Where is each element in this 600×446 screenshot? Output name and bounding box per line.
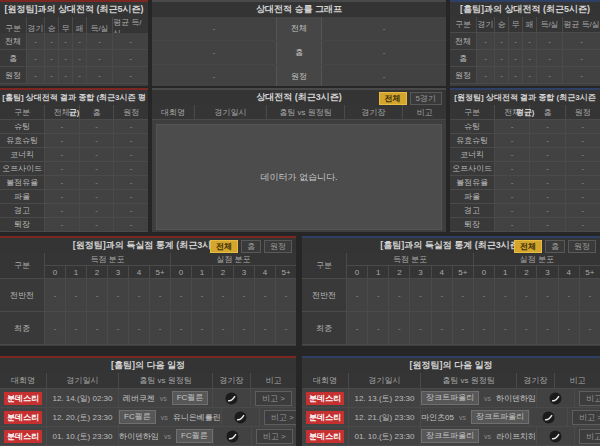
schedule-row[interactable]: 분데스리 12. 13.(토) 23:30 장크트파울리 vs 하이덴하임 비고…: [302, 389, 600, 408]
note-button[interactable]: 비고 >: [255, 391, 292, 406]
league-badge: 분데스리: [4, 411, 42, 424]
home-winrate-value: -: [152, 17, 276, 40]
away-winrate-value: -: [322, 41, 446, 64]
table-row: 퇴장---: [450, 218, 600, 232]
stat-value-cell: -: [522, 50, 536, 67]
home-team: 장크트파울리: [421, 429, 479, 443]
match-cell: 레버쿠젠 vs FC쾰른: [118, 389, 212, 408]
stat-value-cell: -: [565, 148, 600, 162]
stat-value-cell: -: [113, 148, 148, 162]
column-header: 경기장: [212, 373, 250, 389]
match-cell: 장크트파울리 vs 하이덴하임: [420, 389, 536, 408]
stat-value-cell: -: [113, 120, 148, 134]
column-header: 비고: [554, 373, 600, 389]
stat-value-cell: -: [494, 67, 508, 84]
panel-title: [원정팀]의 다음 일정: [302, 358, 600, 373]
row-label: 오프사이드: [450, 162, 494, 176]
stadium-icon[interactable]: [234, 411, 247, 424]
stat-value-cell: -: [452, 312, 473, 345]
stadium-icon[interactable]: [226, 430, 239, 443]
stat-value-cell: -: [367, 279, 388, 312]
bin-header: 2: [388, 266, 409, 279]
stadium-icon[interactable]: [542, 411, 555, 424]
column-header: 홈팀 vs 원정팀: [266, 105, 344, 120]
tab-all[interactable]: 전체: [514, 240, 542, 253]
column-header: 비고: [402, 105, 446, 120]
row-label: 코너킥: [450, 148, 494, 162]
panel-title: [원정팀] 상대전적 결과 종합 (최근3시즌 평균): [450, 90, 600, 105]
row-label: 퇴장: [450, 218, 494, 232]
stadium-icon[interactable]: [549, 392, 562, 405]
tab-all[interactable]: 전체: [210, 240, 238, 253]
stat-value-cell: -: [113, 176, 148, 190]
stat-value-cell: -: [562, 50, 600, 67]
stadium-icon[interactable]: [225, 392, 238, 405]
column-header: 경기일시: [348, 373, 420, 389]
row-label: 전체: [0, 33, 26, 50]
panel-summary-away: [원정팀] 상대전적 결과 종합 (최근3시즌 평균) 구분전체홈원정 슈팅--…: [450, 88, 600, 232]
stat-value-cell: -: [565, 218, 600, 232]
stadium-icon[interactable]: [549, 430, 562, 443]
datetime-cell: 01. 10.(토) 23:30: [348, 427, 420, 446]
schedule-row[interactable]: 분데스리 12. 20.(토) 23:30 FC쾰른 vs 유니온베를린 비고 …: [0, 408, 296, 427]
stat-value-cell: -: [529, 120, 564, 134]
table-row: 오프사이드---: [450, 162, 600, 176]
league-badge: 분데스리: [306, 411, 344, 424]
stat-value-cell: -: [44, 120, 79, 134]
column-header: 구분: [450, 17, 476, 33]
table-row: 유효슈팅---: [450, 134, 600, 148]
column-header: 무: [508, 17, 522, 33]
row-label: 홈: [450, 50, 476, 67]
venue-cell: [213, 427, 251, 446]
stat-value-cell: -: [494, 279, 515, 312]
stat-value-cell: -: [44, 67, 58, 84]
stat-value-cell: -: [565, 162, 600, 176]
row-label: 최종: [0, 312, 44, 345]
table-row: 슈팅---: [450, 120, 600, 134]
no-data-message: 데이터가 없습니다.: [156, 124, 442, 230]
schedule-row[interactable]: 분데스리 01. 10.(토) 23:30 하이덴하임 vs FC쾰른 비고 >: [0, 427, 296, 446]
datetime-cell: 01. 10.(토) 23:30: [46, 427, 118, 446]
corner-header: 구분: [302, 253, 346, 279]
stat-value-cell: -: [388, 279, 409, 312]
stat-value-cell: -: [72, 50, 86, 67]
venue-cell: [221, 408, 259, 427]
stat-value-cell: -: [44, 279, 65, 312]
venue-cell: [536, 427, 574, 446]
tab-away[interactable]: 원정: [568, 240, 596, 253]
tab-all[interactable]: 전체: [379, 92, 407, 105]
tab-group: 전체 홈 원정: [210, 240, 292, 253]
panel-schedule-away: [원정팀]의 다음 일정 대회명경기일시홈팀 vs 원정팀경기장비고 분데스리 …: [302, 356, 600, 446]
note-button[interactable]: 비고 >: [579, 391, 600, 406]
stat-value-cell: -: [409, 312, 430, 345]
datetime-cell: 12. 21.(일) 23:30: [348, 408, 420, 427]
stat-value-cell: -: [494, 204, 529, 218]
tab-home[interactable]: 홈: [241, 240, 261, 253]
note-button[interactable]: 비고 >: [579, 429, 600, 444]
note-button[interactable]: 비고 >: [256, 429, 293, 444]
table-row: 오프사이드---: [0, 162, 148, 176]
panel-title: 상대전적 (최근3시즌) 전체 5경기: [152, 90, 446, 105]
bin-header: 4: [254, 266, 275, 279]
bin-header: 1: [494, 266, 515, 279]
table-header-row: 구분경기승무패득/실평균 득/실: [450, 17, 600, 33]
tab-home[interactable]: 홈: [545, 240, 565, 253]
table-row: 유효슈팅---: [0, 134, 148, 148]
bin-header: 5+: [452, 266, 473, 279]
stat-value-cell: -: [79, 204, 114, 218]
tab-last5[interactable]: 5경기: [410, 92, 442, 105]
schedule-row[interactable]: 분데스리 01. 10.(토) 23:30 장크트파울리 vs 라이프치히 비고…: [302, 427, 600, 446]
stat-value-cell: -: [529, 148, 564, 162]
schedule-row[interactable]: 분데스리 12. 14.(일) 02:30 레버쿠젠 vs FC쾰른 비고 >: [0, 389, 296, 408]
table-row: 파울---: [0, 190, 148, 204]
schedule-row[interactable]: 분데스리 12. 21.(일) 23:30 마인츠05 vs 장크트파울리 비고…: [302, 408, 600, 427]
row-label: 슈팅: [450, 120, 494, 134]
column-header: 대회명: [0, 373, 46, 389]
home-team: 장크트파울리: [421, 391, 479, 405]
stat-value-cell: -: [170, 279, 191, 312]
stat-value-cell: -: [86, 312, 107, 345]
note-button[interactable]: 비고 >: [572, 410, 600, 425]
tab-away[interactable]: 원정: [264, 240, 292, 253]
stat-value-cell: -: [275, 279, 296, 312]
note-button[interactable]: 비고 >: [264, 410, 296, 425]
